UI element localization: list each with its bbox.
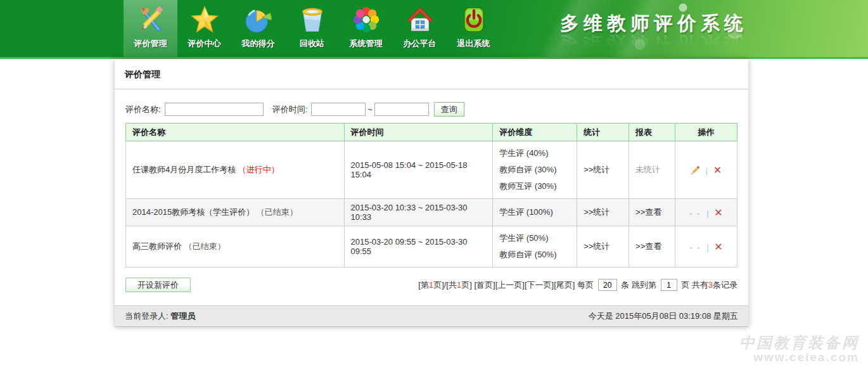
dimension-line: 学生评 (40%) xyxy=(499,145,570,162)
per-page-unit: 条 xyxy=(621,280,629,290)
app-brand: 多维教师评价系统 多维教师评价系统 xyxy=(560,14,748,53)
report-link[interactable]: >>查看 xyxy=(629,226,675,267)
title-divider xyxy=(115,89,748,89)
eval-name-input[interactable] xyxy=(165,103,264,116)
eval-dimension-cell: 学生评 (50%) 教师自评 (50%) xyxy=(493,226,577,267)
search-form: 评价名称: 评价时间: ~ 查询 xyxy=(125,102,737,117)
no-edit-placeholder: - - xyxy=(689,208,701,218)
stats-link[interactable]: >>统计 xyxy=(577,226,629,267)
nav-label: 系统管理 xyxy=(350,38,383,49)
pagination: [第1页]/[共1页] [首页][上一页][下一页][尾页] 每页 条 跳到第 … xyxy=(418,279,737,291)
report-link[interactable]: >>查看 xyxy=(629,199,675,226)
eval-time-cell: 2015-03-20 09:55 ~ 2015-03-30 09:55 xyxy=(344,226,493,267)
eval-name: 高三教师评价 xyxy=(132,241,182,251)
delete-icon[interactable]: ✕ xyxy=(714,241,722,252)
eval-dimension-cell: 学生评 (100%) xyxy=(493,199,577,226)
watermark: 中国教育装备网 www.ceiea.com xyxy=(739,335,859,364)
first-page-link[interactable]: [首页] xyxy=(474,280,495,290)
op-separator: | xyxy=(706,208,708,218)
col-header-name: 评价名称 xyxy=(126,124,345,141)
no-edit-placeholder: - - xyxy=(689,243,701,252)
flower-icon xyxy=(352,5,381,34)
table-row: 高三教师评价 （已结束） 2015-03-20 09:55 ~ 2015-03-… xyxy=(126,226,737,267)
eval-time-label: 评价时间: xyxy=(272,104,308,115)
nav-item-my-score[interactable]: 我的得分 xyxy=(231,0,285,57)
col-header-dimension: 评价维度 xyxy=(493,124,577,141)
next-page-link[interactable]: [下一页] xyxy=(525,280,554,290)
delete-icon[interactable]: ✕ xyxy=(714,207,722,218)
col-header-actions: 操作 xyxy=(675,124,737,141)
eval-name-cell: 高三教师评价 （已结束） xyxy=(126,226,345,267)
eval-time-to-input[interactable] xyxy=(374,103,429,116)
jump-page-input[interactable] xyxy=(661,279,677,291)
dimension-line: 教师自评 (30%) xyxy=(499,162,570,178)
eval-time-cell: 2015-03-20 10:33 ~ 2015-03-30 10:33 xyxy=(344,199,493,226)
login-info: 当前登录人: 管理员 xyxy=(125,311,195,322)
status-footer: 当前登录人: 管理员 今天是 2015年05月08日 03:19:08 星期五 xyxy=(115,305,748,327)
total-records-number: 3 xyxy=(708,280,713,290)
power-icon xyxy=(459,5,488,34)
col-header-stats: 统计 xyxy=(577,124,629,141)
login-user: 管理员 xyxy=(170,311,195,321)
total-records-unit: 条记录 xyxy=(713,280,737,290)
dimension-line: 教师互评 (30%) xyxy=(499,178,570,195)
login-label: 当前登录人: xyxy=(125,311,169,321)
eval-status: （进行中） xyxy=(238,165,279,174)
eval-dimension-cell: 学生评 (40%) 教师自评 (30%) 教师互评 (30%) xyxy=(493,141,577,199)
per-page-input[interactable] xyxy=(598,279,617,291)
app-title-reflection: 多维教师评价系统 xyxy=(560,34,748,53)
pencil-icon[interactable] xyxy=(691,166,700,176)
actions-cell: | ✕ xyxy=(675,141,737,199)
stats-link[interactable]: >>统计 xyxy=(577,199,629,226)
eval-name: 2014-2015教师考核（学生评价） xyxy=(132,207,254,217)
brush-pencil-icon xyxy=(136,5,165,34)
eval-time-cell: 2015-05-08 15:04 ~ 2015-05-18 15:04 xyxy=(344,141,493,199)
prev-page-link[interactable]: [上一页] xyxy=(495,280,525,290)
delete-icon[interactable]: ✕ xyxy=(713,165,722,176)
nav-item-system-management[interactable]: 系统管理 xyxy=(339,0,393,57)
jump-unit: 页 xyxy=(681,280,689,290)
eval-status: （已结束） xyxy=(257,207,298,217)
nav-item-evaluation-center[interactable]: 评价中心 xyxy=(177,0,231,57)
time-range-separator: ~ xyxy=(367,105,373,114)
page-title: 评价管理 xyxy=(125,69,160,79)
nav-item-office-platform[interactable]: 办公平台 xyxy=(393,0,447,57)
dimension-line: 学生评 (50%) xyxy=(499,230,570,247)
nav-item-evaluation-management[interactable]: 评价管理 xyxy=(124,0,177,57)
nav-label: 办公平台 xyxy=(404,38,437,49)
nav-item-recycle-bin[interactable]: 回收站 xyxy=(285,0,339,57)
actions-cell: - - | ✕ xyxy=(675,199,737,226)
eval-status: （已结束） xyxy=(184,241,226,251)
eval-name-cell: 任课教师4月份月度工作考核 （进行中） xyxy=(126,141,345,199)
current-page-suffix: 页]/ xyxy=(433,280,446,290)
page-title-bar: 评价管理 xyxy=(115,59,748,89)
eval-name-cell: 2014-2015教师考核（学生评价） （已结束） xyxy=(126,199,345,226)
actions-cell: - - | ✕ xyxy=(675,226,737,267)
app-title: 多维教师评价系统 xyxy=(560,14,748,33)
query-button[interactable]: 查询 xyxy=(434,102,464,117)
last-page-link[interactable]: [尾页] xyxy=(554,280,575,290)
nav-label: 退出系统 xyxy=(457,38,490,49)
bottom-row: 开设新评价 [第1页]/[共1页] [首页][上一页][下一页][尾页] 每页 … xyxy=(125,278,737,292)
col-header-time: 评价时间 xyxy=(344,124,493,141)
main-nav: 评价管理 评价中心 我的得分 xyxy=(124,0,501,57)
total-records-label: 共有 xyxy=(692,280,708,290)
nav-label: 评价中心 xyxy=(188,38,221,49)
nav-label: 评价管理 xyxy=(134,38,167,49)
eval-time-from-input[interactable] xyxy=(311,103,366,116)
app-header: 评价管理 评价中心 我的得分 xyxy=(0,0,868,57)
nav-label: 我的得分 xyxy=(242,38,275,49)
evaluation-table: 评价名称 评价时间 评价维度 统计 报表 操作 任课教师4月份月度工作考核 （进… xyxy=(125,123,737,267)
table-row: 2014-2015教师考核（学生评价） （已结束） 2015-03-20 10:… xyxy=(126,199,737,226)
nav-item-exit-system[interactable]: 退出系统 xyxy=(447,0,501,57)
op-separator: | xyxy=(706,243,708,252)
per-page-label: 每页 xyxy=(577,280,594,290)
stats-link[interactable]: >>统计 xyxy=(577,141,629,199)
table-header-row: 评价名称 评价时间 评价维度 统计 报表 操作 xyxy=(126,124,737,141)
table-row: 任课教师4月份月度工作考核 （进行中） 2015-05-08 15:04 ~ 2… xyxy=(126,141,737,199)
new-evaluation-button[interactable]: 开设新评价 xyxy=(125,278,191,292)
total-pages-prefix: [共 xyxy=(446,280,457,290)
eval-name: 任课教师4月份月度工作考核 xyxy=(132,165,236,174)
trash-bucket-icon xyxy=(298,5,327,34)
op-separator: | xyxy=(706,166,708,176)
